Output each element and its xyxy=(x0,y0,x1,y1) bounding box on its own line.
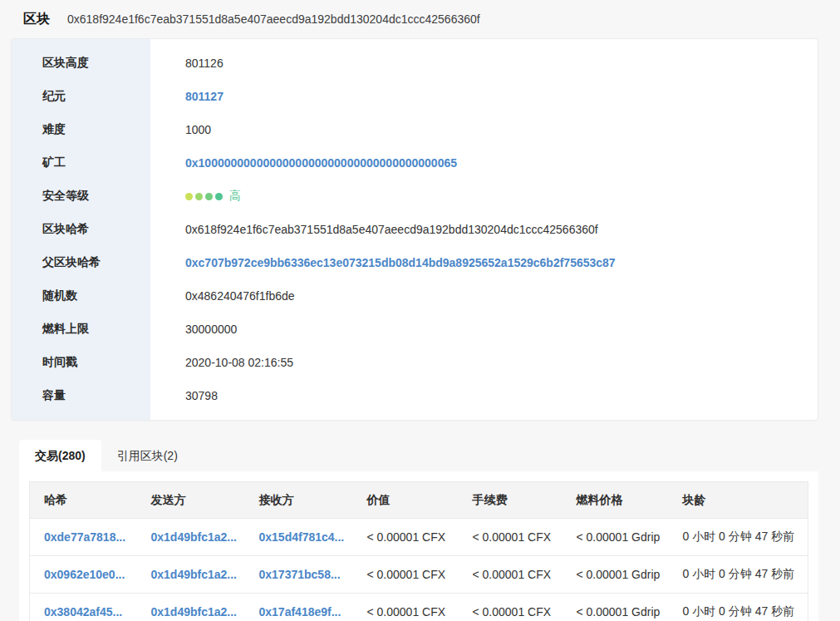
detail-label: 矿工 xyxy=(12,155,150,170)
detail-row: 难度1000 xyxy=(12,113,818,146)
from-address-link[interactable]: 0x1d49bfc1a2... xyxy=(151,568,238,581)
value-cell: < 0.00001 CFX xyxy=(353,519,459,556)
epoch-link[interactable]: 801127 xyxy=(185,90,224,103)
transactions-table: 哈希发送方接收方价值手续费燃料价格块龄 0xde77a7818...0x1d49… xyxy=(29,481,808,621)
column-header-hash: 哈希 xyxy=(30,482,137,519)
age-cell: 0 小时 0 分钟 47 秒前 xyxy=(669,556,808,594)
column-header-from: 发送方 xyxy=(137,482,245,519)
to-address-link[interactable]: 0x17af418e9f... xyxy=(259,605,341,619)
detail-value: 0xc707b972ce9bb6336ec13e073215db08d14bd9… xyxy=(150,256,616,269)
age-cell: 0 小时 0 分钟 47 秒前 xyxy=(669,594,808,621)
value-cell: < 0.00001 CFX xyxy=(353,556,459,594)
from-address-link[interactable]: 0x1d49bfc1a2... xyxy=(151,530,238,544)
detail-row: 安全等级高 xyxy=(12,180,818,213)
detail-value: 801127 xyxy=(150,90,224,103)
security-dot xyxy=(205,193,213,200)
gas-price-cell: < 0.00001 Gdrip xyxy=(562,594,669,621)
parent-hash-link[interactable]: 0xc707b972ce9bb6336ec13e073215db08d14bd9… xyxy=(185,256,616,269)
tab-transactions[interactable]: 交易(280) xyxy=(19,440,101,471)
table-row: 0x38042af45...0x1d49bfc1a2...0x17af418e9… xyxy=(30,594,808,621)
detail-row: 燃料上限30000000 xyxy=(12,313,818,346)
detail-row: 区块高度801126 xyxy=(12,47,818,80)
page-block-hash: 0x618f924e1f6c7eab371551d8a5e407aeecd9a1… xyxy=(67,12,480,26)
security-dot xyxy=(215,193,223,200)
column-header-gas-price: 燃料价格 xyxy=(562,482,669,519)
security-dot xyxy=(185,193,193,200)
detail-label: 燃料上限 xyxy=(12,322,150,337)
column-header-age: 块龄 xyxy=(669,482,808,519)
to-address-link[interactable]: 0x15d4f781c4... xyxy=(259,530,345,544)
table-cell: 0x17371bc58... xyxy=(245,556,353,594)
column-header-value: 价值 xyxy=(353,482,459,519)
tabs-bar: 交易(280)引用区块(2) xyxy=(19,440,840,471)
detail-row: 随机数0x486240476f1fb6de xyxy=(12,279,818,313)
block-hash-value: 0x618f924e1f6c7eab371551d8a5e407aeecd9a1… xyxy=(150,223,598,236)
detail-value: 高 xyxy=(150,189,241,204)
transactions-panel: 哈希发送方接收方价值手续费燃料价格块龄 0xde77a7818...0x1d49… xyxy=(19,471,818,621)
miner-link[interactable]: 0x10000000000000000000000000000000000000… xyxy=(185,156,457,170)
table-row: 0xde77a7818...0x1d49bfc1a2...0x15d4f781c… xyxy=(30,519,808,556)
gas-price-cell: < 0.00001 Gdrip xyxy=(562,519,669,556)
detail-label: 随机数 xyxy=(12,288,150,303)
gas-limit-value: 30000000 xyxy=(150,323,237,336)
security-level-label: 高 xyxy=(229,189,241,202)
table-cell: 0x0962e10e0... xyxy=(30,556,137,594)
age-cell: 0 小时 0 分钟 47 秒前 xyxy=(669,519,808,556)
fee-cell: < 0.00001 CFX xyxy=(459,519,562,556)
page-title: 区块 xyxy=(23,11,50,28)
tx-hash-link[interactable]: 0x0962e10e0... xyxy=(44,568,125,581)
tx-hash-link[interactable]: 0xde77a7818... xyxy=(44,530,125,544)
detail-row: 父区块哈希0xc707b972ce9bb6336ec13e073215db08d… xyxy=(12,246,818,279)
security-dot xyxy=(195,193,203,200)
block-height-value: 801126 xyxy=(150,57,224,70)
detail-label: 容量 xyxy=(12,388,150,403)
detail-label: 区块高度 xyxy=(12,56,150,71)
to-address-link[interactable]: 0x17371bc58... xyxy=(259,568,341,581)
tx-hash-link[interactable]: 0x38042af45... xyxy=(44,605,122,619)
size-value: 30798 xyxy=(150,389,218,402)
detail-row: 时间戳2020-10-08 02:16:55 xyxy=(12,346,818,379)
detail-rows: 区块高度801126纪元801127难度1000矿工0x100000000000… xyxy=(12,47,818,412)
table-cell: 0x38042af45... xyxy=(30,594,137,621)
detail-row: 矿工0x100000000000000000000000000000000000… xyxy=(12,146,818,180)
gas-price-cell: < 0.00001 Gdrip xyxy=(562,556,669,594)
column-header-fee: 手续费 xyxy=(459,482,562,519)
detail-label: 纪元 xyxy=(12,89,150,104)
table-header-row: 哈希发送方接收方价值手续费燃料价格块龄 xyxy=(30,482,808,519)
detail-label: 安全等级 xyxy=(12,189,150,204)
fee-cell: < 0.00001 CFX xyxy=(459,594,562,621)
detail-row: 纪元801127 xyxy=(12,80,818,113)
detail-label: 难度 xyxy=(12,122,150,137)
from-address-link[interactable]: 0x1d49bfc1a2... xyxy=(151,605,238,619)
detail-row: 容量30798 xyxy=(12,379,818,412)
table-cell: 0x15d4f781c4... xyxy=(245,519,353,556)
detail-row: 区块哈希0x618f924e1f6c7eab371551d8a5e407aeec… xyxy=(12,213,818,246)
detail-label: 区块哈希 xyxy=(12,222,150,237)
timestamp-value: 2020-10-08 02:16:55 xyxy=(150,356,293,369)
detail-label: 父区块哈希 xyxy=(12,255,150,270)
tab-referenced-blocks[interactable]: 引用区块(2) xyxy=(101,440,194,471)
difficulty-value: 1000 xyxy=(150,123,211,136)
value-cell: < 0.00001 CFX xyxy=(353,594,459,621)
fee-cell: < 0.00001 CFX xyxy=(459,556,562,594)
detail-value: 0x10000000000000000000000000000000000000… xyxy=(150,156,457,170)
table-cell: 0x1d49bfc1a2... xyxy=(137,519,245,556)
nonce-value: 0x486240476f1fb6de xyxy=(150,289,295,303)
block-details-card: 区块高度801126纪元801127难度1000矿工0x100000000000… xyxy=(11,38,818,421)
table-cell: 0x1d49bfc1a2... xyxy=(137,594,245,621)
table-cell: 0x17af418e9f... xyxy=(245,594,353,621)
table-cell: 0x1d49bfc1a2... xyxy=(137,556,245,594)
table-row: 0x0962e10e0...0x1d49bfc1a2...0x17371bc58… xyxy=(30,556,808,594)
column-header-to: 接收方 xyxy=(245,482,353,519)
detail-label: 时间戳 xyxy=(12,355,150,370)
table-cell: 0xde77a7818... xyxy=(30,519,137,556)
page-header: 区块 0x618f924e1f6c7eab371551d8a5e407aeecd… xyxy=(0,0,840,38)
